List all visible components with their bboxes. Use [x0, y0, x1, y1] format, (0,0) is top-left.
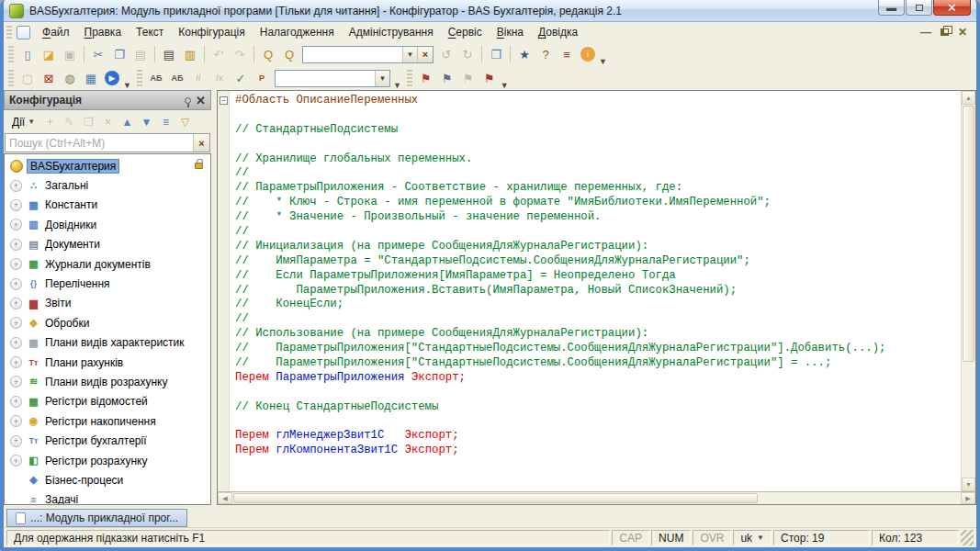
expand-plus-icon[interactable]: + — [10, 258, 22, 270]
tree-item-data-processors[interactable]: +◆Обробки — [5, 313, 210, 332]
windows-list-button[interactable]: ❐ — [486, 44, 506, 64]
fold-collapse-icon[interactable]: − — [220, 96, 228, 105]
search-clear-button[interactable]: × — [193, 134, 209, 152]
bookmarks-overflow[interactable]: ▼ — [501, 75, 511, 90]
run-debug-button[interactable]: ▶ — [102, 68, 122, 88]
clear-icon[interactable]: × — [417, 47, 433, 62]
tree-item-business-processes[interactable]: ◈Бізнес-процеси — [5, 470, 210, 489]
order-button[interactable]: ≡ — [158, 114, 174, 129]
code-line[interactable]: // ПараметрыПриложения["СтандартныеПодси… — [218, 356, 961, 371]
menu-configuration[interactable]: Конфігурація — [171, 23, 252, 41]
menu-service[interactable]: Сервіс — [441, 23, 490, 41]
mdi-minimize-button[interactable]: — — [920, 26, 931, 39]
tree-item-general[interactable]: +∴Загальні — [5, 175, 210, 195]
tree-item-charts-of-characteristic-types[interactable]: +▦Плани видів характеристик — [5, 333, 210, 353]
code-line[interactable]: // СтандартныеПодсистемы — [218, 123, 961, 138]
tree-item-documents[interactable]: +▤Документи — [5, 235, 210, 254]
expand-plus-icon[interactable]: + — [10, 278, 22, 290]
code-line[interactable]: // ПараметрыПриложения.Вставить(ИмяПарам… — [218, 284, 961, 298]
expand-plus-icon[interactable]: + — [10, 239, 22, 251]
code-line[interactable]: // Хранилище глобальных переменных. — [218, 152, 961, 167]
menu-administration[interactable]: Адміністрування — [342, 23, 441, 41]
menu-text[interactable]: Текст — [129, 23, 171, 41]
toggle-bookmark-button[interactable]: ⚑ — [416, 68, 436, 88]
expand-plus-icon[interactable]: + — [10, 376, 22, 388]
tree-item-reports[interactable]: +▆Звіти — [5, 294, 210, 313]
scroll-left-icon[interactable]: ◀ — [218, 492, 232, 504]
document-menu-icon[interactable] — [17, 26, 30, 39]
menu-debug[interactable]: Налагодження — [253, 23, 342, 41]
menu-help[interactable]: Довідка — [531, 23, 585, 41]
actions-menu-button[interactable]: Дії ▼ — [7, 113, 39, 131]
procedures-combobox[interactable]: ▼ — [275, 70, 390, 87]
minimize-button[interactable]: ▬ — [878, 0, 905, 16]
code-line[interactable] — [218, 415, 961, 430]
procedures-combobox-input[interactable] — [276, 71, 375, 86]
horizontal-scrollbar[interactable]: ◀ ▶ — [217, 491, 976, 505]
scroll-up-icon[interactable]: ▲ — [962, 91, 975, 105]
toolbar-gripper[interactable] — [137, 70, 142, 86]
code-line[interactable]: // — [218, 312, 961, 327]
mdi-restore-button[interactable] — [941, 28, 949, 36]
code-line[interactable]: // ПараметрыПриложения["СтандартныеПодси… — [218, 342, 961, 356]
menu-file[interactable]: Файл — [35, 23, 77, 41]
next-bookmark-button[interactable]: ⚑ — [437, 68, 457, 88]
panel-header[interactable]: Конфігурація ✕ — [4, 90, 211, 110]
code-line[interactable]: Перем глМенеджерЗвит1С Экспорт; — [218, 429, 961, 444]
panel-close-icon[interactable]: ✕ — [196, 94, 206, 107]
table-button[interactable]: ▦ — [81, 68, 101, 88]
menubar-gripper[interactable] — [6, 26, 12, 39]
code-line[interactable]: // Использование (на примере СообщенияДл… — [218, 327, 961, 342]
filter-button[interactable]: ▽ — [177, 114, 193, 129]
code-line[interactable]: // ПараметрыПриложения - Соответствие - … — [218, 181, 961, 196]
copy-button[interactable]: ❐ — [109, 44, 130, 64]
title-bar[interactable]: BASБухгалтерия: Модуль прикладної програ… — [4, 0, 976, 22]
toolbar-gripper[interactable] — [407, 70, 412, 86]
procedure-template-button[interactable]: АБ — [146, 68, 166, 88]
code-line[interactable] — [218, 386, 961, 400]
code-editor[interactable]: −#Область ОписаниеПеременных// Стандартн… — [217, 90, 976, 491]
syntax-helper-button[interactable]: ★ — [514, 44, 535, 64]
tree-item-information-registers[interactable]: +▦Регістри відомостей — [5, 392, 210, 411]
info-button[interactable]: i — [578, 44, 598, 64]
search-combobox-input[interactable] — [303, 47, 402, 62]
tree-item-calculation-registers[interactable]: +◧Регістри розрахунку — [5, 451, 210, 470]
toolbar-main-overflow[interactable]: ▼ — [599, 51, 609, 66]
resize-grip[interactable] — [961, 530, 974, 545]
search-combobox[interactable]: ▼× — [302, 46, 434, 63]
vertical-scroll-thumb[interactable] — [963, 106, 974, 362]
expand-plus-icon[interactable]: + — [10, 396, 22, 408]
code-line[interactable]: // * Значение - Произвольный - значение … — [218, 210, 961, 225]
open-button[interactable]: ◪ — [39, 44, 59, 64]
horizontal-scroll-thumb[interactable] — [233, 493, 758, 503]
database-button[interactable]: ◍ — [60, 68, 80, 88]
expand-plus-icon[interactable]: + — [10, 415, 22, 427]
tree-item-catalogs[interactable]: +▥Довідники — [5, 215, 210, 234]
tree-item-charts-of-accounts[interactable]: +ТтПлани рахунків — [5, 353, 210, 372]
expand-plus-icon[interactable]: + — [10, 199, 22, 211]
tree-item-constants[interactable]: +▦Константи — [5, 196, 210, 215]
code-line[interactable]: // Конец СтандартныеПодсистемы — [218, 400, 961, 415]
code-line[interactable] — [218, 108, 961, 123]
expand-plus-icon[interactable]: + — [10, 356, 22, 368]
code-line[interactable]: // — [218, 166, 961, 181]
print-button[interactable]: ▤ — [159, 44, 179, 64]
close-button[interactable]: ✕ — [933, 0, 971, 16]
code-area[interactable]: −#Область ОписаниеПеременных// Стандартн… — [218, 91, 961, 491]
code-line[interactable]: // — [218, 225, 961, 240]
cut-button[interactable]: ✂ — [88, 44, 108, 64]
mdi-close-button[interactable]: ✕ — [958, 26, 967, 39]
code-line[interactable]: // ИмяПараметра = "СтандартныеПодсистемы… — [218, 254, 961, 269]
expand-plus-icon[interactable]: + — [10, 337, 22, 349]
function-template-button[interactable]: АБ — [167, 68, 187, 88]
menu-edit[interactable]: Правка — [77, 23, 130, 41]
expand-plus-icon[interactable]: + — [10, 455, 22, 467]
menu-windows[interactable]: Вікна — [490, 23, 531, 41]
language-indicator[interactable]: uk ▼ — [733, 530, 772, 545]
find-button[interactable]: Q — [279, 44, 299, 64]
expand-plus-icon[interactable]: + — [10, 317, 22, 329]
scroll-down-icon[interactable]: ▼ — [962, 478, 975, 491]
code-line[interactable]: // КонецЕсли; — [218, 298, 961, 312]
expand-plus-icon[interactable]: + — [10, 298, 22, 309]
search-input[interactable] — [6, 134, 193, 152]
